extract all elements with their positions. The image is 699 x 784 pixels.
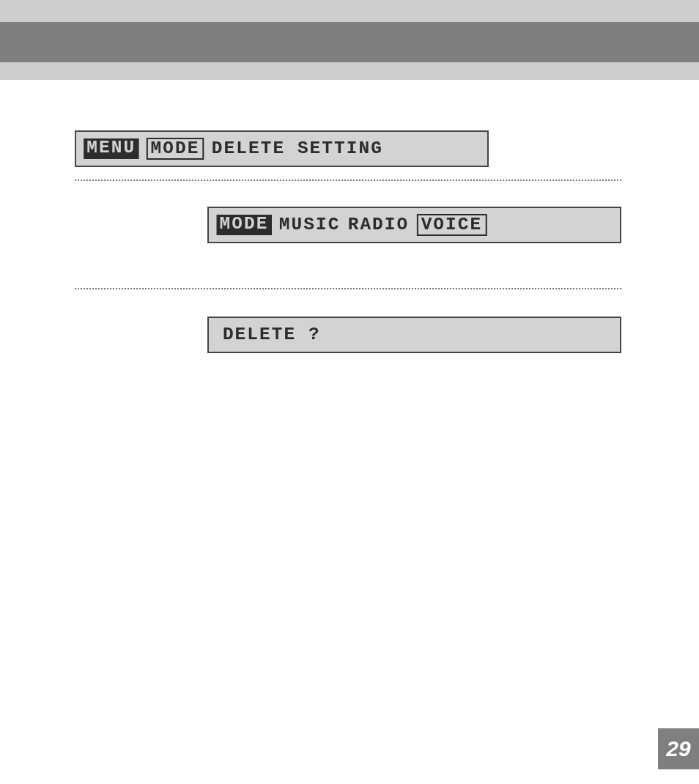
page-number: 29 xyxy=(666,736,690,761)
lcd-menu-mode: MENU MODE DELETE SETTING xyxy=(75,130,489,167)
header-band-inner xyxy=(0,22,699,62)
lcd-delete-confirm: DELETE ? xyxy=(207,317,621,353)
lcd1-text: DELETE SETTING xyxy=(212,139,383,158)
lcd2-music: MUSIC xyxy=(279,215,341,234)
chip-mode-inverted: MODE xyxy=(217,215,272,234)
separator-dotted xyxy=(75,288,621,289)
page-number-tab: 29 xyxy=(658,728,699,769)
chip-menu-inverted: MENU xyxy=(84,138,138,158)
chip-voice-boxed: VOICE xyxy=(417,214,487,235)
separator-dotted xyxy=(75,180,621,181)
chip-mode-boxed: MODE xyxy=(146,138,204,159)
header-band xyxy=(0,0,699,80)
lcd3-text: DELETE ? xyxy=(223,325,321,344)
lcd2-radio: RADIO xyxy=(348,215,410,234)
lcd-mode-select: MODE MUSIC RADIO VOICE xyxy=(207,207,621,243)
